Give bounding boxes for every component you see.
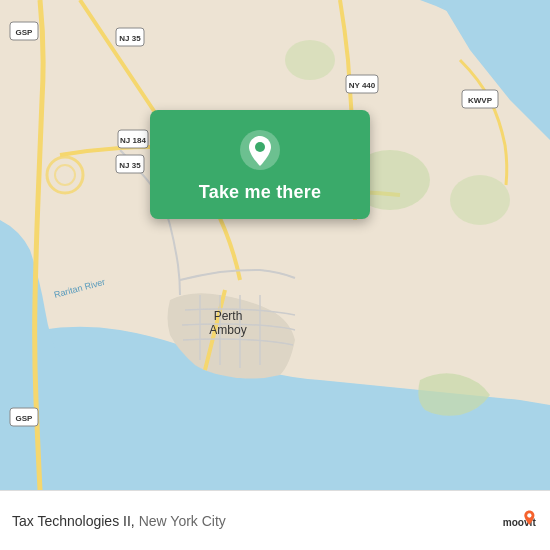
svg-point-21 [285, 40, 335, 80]
map-container: Raritan River NJ 35 NJ 35 NJ 184 NY 440 … [0, 0, 550, 490]
svg-text:Perth: Perth [214, 309, 243, 323]
moovit-logo: moovit [502, 504, 538, 540]
svg-point-26 [255, 142, 265, 152]
svg-text:GSP: GSP [16, 28, 34, 37]
svg-text:Amboy: Amboy [209, 323, 246, 337]
svg-text:NJ 35: NJ 35 [119, 34, 141, 43]
svg-point-28 [527, 513, 531, 517]
bottom-bar: Tax Technologies II, New York City moovi… [0, 490, 550, 550]
place-city: New York City [139, 513, 226, 529]
place-info: Tax Technologies II, New York City [12, 513, 538, 529]
take-me-there-button[interactable]: Take me there [199, 182, 321, 203]
svg-text:NJ 35: NJ 35 [119, 161, 141, 170]
svg-point-22 [450, 175, 510, 225]
take-me-there-card[interactable]: Take me there [150, 110, 370, 219]
svg-text:GSP: GSP [16, 414, 34, 423]
svg-text:NY 440: NY 440 [349, 81, 376, 90]
svg-text:NJ 184: NJ 184 [120, 136, 146, 145]
map-background: Raritan River NJ 35 NJ 35 NJ 184 NY 440 … [0, 0, 550, 490]
moovit-icon: moovit [502, 504, 538, 540]
place-name: Tax Technologies II, [12, 513, 135, 529]
svg-text:KWVP: KWVP [468, 96, 493, 105]
location-pin-icon [238, 128, 282, 172]
